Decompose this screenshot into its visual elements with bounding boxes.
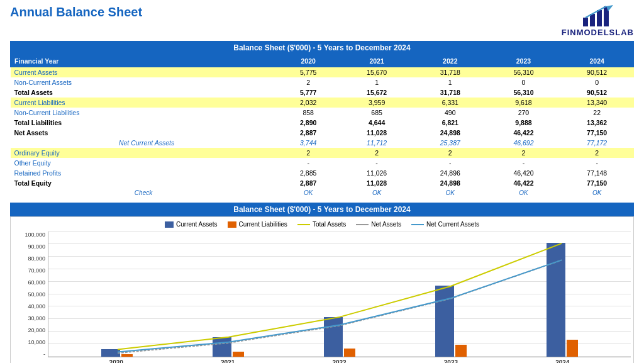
x-axis-label: 2023	[395, 359, 506, 363]
row-value: 15,670	[340, 67, 414, 78]
row-value: 46,422	[487, 128, 560, 138]
row-label: Net Current Assets	[11, 138, 277, 148]
bar-group	[284, 317, 395, 357]
row-value: 2,885	[277, 168, 340, 178]
row-label: Current Assets	[11, 67, 277, 78]
row-value: 1	[340, 77, 414, 87]
svg-rect-0	[583, 18, 588, 26]
legend-label: Net Assets	[371, 221, 401, 228]
chart-section: Balance Sheet ($'000) - 5 Years to Decem…	[10, 203, 634, 363]
row-label: Retained Profits	[11, 168, 277, 178]
row-value: 3,959	[340, 98, 414, 108]
bar-group	[172, 337, 284, 357]
row-value: 5,775	[277, 67, 340, 78]
legend-item: Current Assets	[165, 221, 218, 228]
row-value: 2	[413, 148, 487, 158]
legend-label: Total Assets	[313, 221, 346, 228]
table-row: Total Assets5,77715,67231,71856,31090,51…	[11, 87, 634, 98]
row-value: 2,032	[277, 98, 340, 108]
row-value: 24,898	[413, 178, 487, 188]
y-axis-label: 100,000	[25, 232, 45, 238]
chart-body-area: 20202021202220232024	[48, 232, 631, 363]
svg-rect-2	[597, 10, 602, 26]
col-header-2020: 2020	[277, 55, 340, 67]
logo-icon	[582, 5, 613, 28]
bar-current-liabilities	[121, 354, 133, 357]
table-row: Retained Profits2,88511,02624,89646,4207…	[11, 168, 634, 178]
row-value: 13,340	[560, 98, 634, 108]
legend-item: Total Assets	[297, 221, 346, 228]
row-value: OK	[560, 188, 634, 198]
row-label: Non-Current Liabilities	[11, 108, 277, 118]
y-axis-label: 40,000	[28, 303, 45, 310]
row-label: Total Equity	[11, 178, 277, 188]
row-value: 56,310	[487, 87, 560, 98]
legend-box	[228, 221, 236, 228]
row-value: 90,512	[560, 87, 634, 98]
legend-line	[356, 224, 369, 225]
bar-group	[507, 243, 618, 357]
table-row: Non-Current Liabilities85868549027022	[11, 108, 634, 118]
row-value: 2,890	[277, 118, 340, 128]
row-value: 858	[277, 108, 340, 118]
bar-current-liabilities	[567, 340, 578, 357]
table-row: Total Equity2,88711,02824,89846,42277,15…	[11, 178, 634, 188]
bar-current-liabilities	[455, 345, 467, 357]
row-value: 6,821	[413, 118, 487, 128]
legend-box	[165, 221, 174, 228]
row-value: 56,310	[487, 67, 560, 78]
legend-item: Net Assets	[356, 221, 401, 228]
row-value: 2,887	[277, 178, 340, 188]
row-value: 490	[413, 108, 487, 118]
row-value: 31,718	[413, 67, 487, 78]
legend-line	[297, 224, 310, 225]
row-value: -	[340, 158, 414, 168]
row-value: 31,718	[413, 87, 487, 98]
legend-item: Current Liabilities	[228, 221, 287, 228]
svg-rect-1	[590, 14, 595, 26]
table-header-row: Financial Year 2020 2021 2022 2023 2024	[11, 55, 634, 67]
y-axis-label: 70,000	[28, 267, 45, 274]
row-value: 5,777	[277, 87, 340, 98]
row-value: -	[560, 158, 634, 168]
chart-body	[48, 232, 631, 357]
row-value: OK	[413, 188, 487, 198]
row-label: Check	[11, 188, 277, 198]
bar-current-assets	[101, 349, 120, 357]
row-value: 46,692	[487, 138, 560, 148]
row-value: 0	[487, 77, 560, 87]
row-value: 0	[560, 77, 634, 87]
col-header-2022: 2022	[413, 55, 487, 67]
y-axis-label: 30,000	[28, 315, 45, 321]
table-row: Non-Current Assets21100	[11, 77, 634, 87]
row-value: 15,672	[340, 87, 414, 98]
y-axis-label: 80,000	[28, 255, 45, 262]
row-value: 46,420	[487, 168, 560, 178]
row-value: 24,898	[413, 128, 487, 138]
bar-current-assets	[324, 317, 343, 357]
row-label: Total Liabilities	[11, 118, 277, 128]
row-value: 77,150	[560, 178, 634, 188]
y-axis-label: -	[43, 351, 45, 357]
x-labels: 20202021202220232024	[48, 359, 631, 363]
row-value: 9,888	[487, 118, 560, 128]
row-value: 2,887	[277, 128, 340, 138]
row-value: 77,150	[560, 128, 634, 138]
row-label: Other Equity	[11, 158, 277, 168]
bar-group	[61, 349, 172, 357]
table-row: Current Assets5,77515,67031,71856,31090,…	[11, 67, 634, 78]
table-row: Ordinary Equity22222	[11, 148, 634, 158]
legend-item: Net Current Assets	[411, 221, 479, 228]
row-value: 11,712	[340, 138, 414, 148]
row-value: -	[277, 158, 340, 168]
header-row: Annual Balance Sheet FINMODELSLAB	[10, 5, 634, 37]
bar-current-liabilities	[344, 349, 355, 357]
chart-legend: Current AssetsCurrent LiabilitiesTotal A…	[13, 221, 631, 228]
row-value: -	[413, 158, 487, 168]
x-axis-label: 2024	[507, 359, 618, 363]
table-title: Balance Sheet ($'000) - 5 Years to Decem…	[10, 41, 634, 55]
row-value: OK	[487, 188, 560, 198]
row-label: Ordinary Equity	[11, 148, 277, 158]
legend-label: Current Assets	[176, 221, 218, 228]
row-value: 1	[413, 77, 487, 87]
